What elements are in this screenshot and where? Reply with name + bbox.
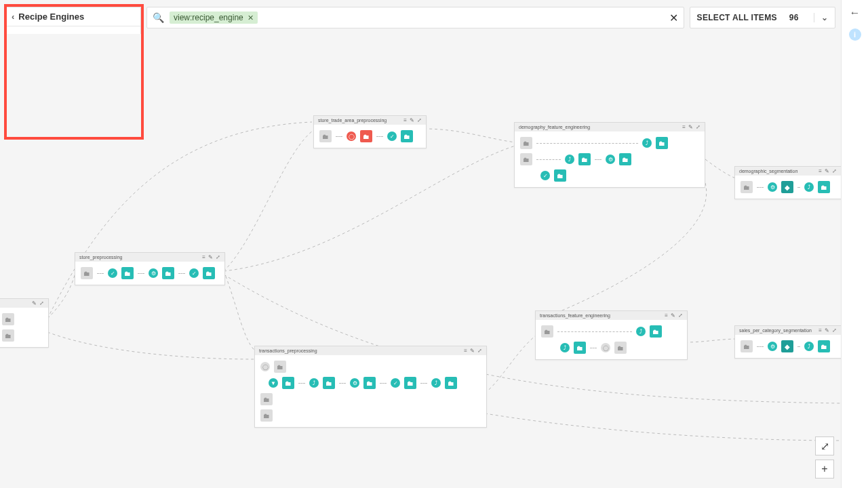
zone-action-icon[interactable]: ⤢ <box>477 348 482 354</box>
zone-demography-feature-engineering[interactable]: demography_feature_engineering ≡ ✎ ⤢ 🖿 ⤴… <box>514 122 705 188</box>
recipe-node[interactable]: ⚙ <box>768 182 777 192</box>
dataset-node[interactable]: 🖿 <box>741 340 753 352</box>
zone-action-icon[interactable]: ✎ <box>825 168 829 174</box>
recipe-node[interactable]: ▼ <box>269 378 278 388</box>
zone-action-icon[interactable]: ≡ <box>403 117 407 123</box>
model-node[interactable]: ◆ <box>781 181 793 193</box>
dataset-node[interactable]: 🖿 <box>319 130 332 142</box>
recipe-node[interactable]: ⤴ <box>804 182 814 192</box>
recipe-node[interactable]: ✓ <box>391 378 400 388</box>
dataset-node[interactable]: 🖿 <box>520 153 532 165</box>
dataset-node[interactable]: 🖿 <box>2 329 14 342</box>
search-input[interactable] <box>263 13 664 23</box>
recipe-node[interactable]: ⤴ <box>636 327 646 336</box>
zone-transactions-preprocessing[interactable]: transactions_preprocessing ≡ ✎ ⤢ ◯ 🖿 ▼ 🖿… <box>254 346 487 428</box>
dataset-node[interactable]: 🖿 <box>203 267 215 279</box>
recipe-node-usercode[interactable]: ◯ <box>260 362 270 371</box>
zone-transactions-feature-engineering[interactable]: transactions_feature_engineering ≡ ✎ ⤢ 🖿… <box>535 310 688 360</box>
remove-tag-icon[interactable]: ✕ <box>248 14 254 22</box>
dataset-node[interactable]: 🖿 <box>614 342 627 354</box>
dataset-node[interactable]: 🖿 <box>619 153 631 165</box>
dataset-node[interactable]: 🖿 <box>360 130 372 142</box>
recipe-node[interactable]: ⤴ <box>560 343 570 352</box>
dataset-node[interactable]: 🖿 <box>404 377 416 389</box>
filter-header[interactable]: ‹ Recipe Engines <box>6 7 140 26</box>
dataset-node[interactable]: 🖿 <box>541 325 553 338</box>
dataset-node[interactable]: 🖿 <box>162 267 174 279</box>
zone-action-icon[interactable]: ✎ <box>671 312 675 319</box>
recipe-node[interactable]: ⤴ <box>309 378 319 388</box>
recipe-node-plugin[interactable]: ◯ <box>347 131 356 141</box>
zone-action-icon[interactable]: ≡ <box>665 312 668 319</box>
zone-action-icon[interactable]: ⤢ <box>417 117 422 123</box>
recipe-node[interactable]: ⚙ <box>350 378 359 388</box>
zone-demographic-segmentation[interactable]: demographic_segmentation ≡ ✎ ⤢ 🖿 ⚙ ◆ ⤴ 🖿 <box>734 166 841 199</box>
zone-action-icon[interactable]: ⤢ <box>832 327 837 333</box>
zone-partial-left[interactable]: ✎ ⤢ 🖿 🖿 <box>0 298 49 348</box>
zone-sales-per-category-segmentation[interactable]: sales_per_category_segmentation ≡ ✎ ⤢ 🖿 … <box>734 325 841 359</box>
zone-action-icon[interactable]: ✎ <box>410 117 414 123</box>
back-icon[interactable]: ‹ <box>12 12 14 22</box>
clear-search-icon[interactable]: ✕ <box>669 12 678 24</box>
fit-to-screen-button[interactable]: ⤢ <box>815 436 834 455</box>
dataset-node[interactable]: 🖿 <box>818 181 830 193</box>
dataset-node[interactable]: 🖿 <box>650 325 662 338</box>
search-filter-tag[interactable]: view:recipe_engine ✕ <box>170 12 258 24</box>
flow-canvas[interactable]: ✎ ⤢ 🖿 🖿 store_preprocessing ≡ ✎ ⤢ 🖿 ✓ 🖿 … <box>0 34 841 488</box>
dataset-node[interactable]: 🖿 <box>554 169 566 182</box>
zone-action-icon[interactable]: ≡ <box>682 124 686 130</box>
recipe-node[interactable]: ✓ <box>540 171 550 180</box>
collapse-right-panel-icon[interactable]: ← <box>850 7 861 19</box>
dataset-node[interactable]: 🖿 <box>2 313 14 325</box>
dataset-node[interactable]: 🖿 <box>574 342 586 354</box>
dataset-node[interactable]: 🖿 <box>578 153 591 165</box>
dataset-node[interactable]: 🖿 <box>260 393 273 405</box>
zone-action-icon[interactable]: ⤢ <box>39 300 44 306</box>
recipe-node[interactable]: ⤴ <box>431 378 441 388</box>
zone-action-icon[interactable]: ✎ <box>688 124 693 130</box>
recipe-node-usercode[interactable]: ◯ <box>601 343 610 352</box>
zone-store-trade-area-preprocessing[interactable]: store_trade_area_preprocessing ≡ ✎ ⤢ 🖿 ◯… <box>313 115 427 148</box>
dataset-node[interactable]: 🖿 <box>81 267 93 279</box>
dataset-node[interactable]: 🖿 <box>274 361 286 373</box>
recipe-node[interactable]: ⤴ <box>642 138 652 148</box>
dataset-node[interactable]: 🖿 <box>260 409 273 422</box>
info-icon[interactable]: i <box>849 28 861 41</box>
zone-action-icon[interactable]: ⤢ <box>696 124 701 130</box>
recipe-node[interactable]: ✓ <box>108 268 117 278</box>
zone-action-icon[interactable]: ✎ <box>470 348 475 354</box>
zone-action-icon[interactable]: ✎ <box>32 300 37 306</box>
zone-action-icon[interactable]: ⤢ <box>678 312 683 319</box>
dataset-node[interactable]: 🖿 <box>656 137 668 149</box>
zone-action-icon[interactable]: ✎ <box>825 327 829 333</box>
recipe-node[interactable]: ⚙ <box>606 155 615 164</box>
recipe-node[interactable]: ⚙ <box>149 268 158 278</box>
dataset-node[interactable]: 🖿 <box>401 130 413 142</box>
model-node[interactable]: ◆ <box>781 340 793 352</box>
select-all-button[interactable]: SELECT ALL ITEMS 96 ⌄ <box>690 7 835 28</box>
zone-action-icon[interactable]: ⤢ <box>216 254 220 260</box>
recipe-node[interactable]: ⤴ <box>565 155 574 164</box>
zoom-in-button[interactable]: + <box>815 460 834 479</box>
dataset-node[interactable]: 🖿 <box>741 181 753 193</box>
dataset-node[interactable]: 🖿 <box>445 377 457 389</box>
dataset-node[interactable]: 🖿 <box>323 377 335 389</box>
zone-action-icon[interactable]: ⤢ <box>832 168 837 174</box>
dataset-node[interactable]: 🖿 <box>520 137 532 149</box>
recipe-node[interactable]: ⚙ <box>768 342 777 351</box>
recipe-node[interactable]: ⤴ <box>804 342 814 351</box>
dataset-node[interactable]: 🖿 <box>363 377 376 389</box>
select-all-dropdown[interactable]: ⌄ <box>814 13 828 22</box>
recipe-node[interactable]: ✓ <box>387 131 397 141</box>
zone-action-icon[interactable]: ≡ <box>818 168 822 174</box>
dataset-node[interactable]: 🖿 <box>282 377 294 389</box>
recipe-node[interactable]: ✓ <box>189 268 199 278</box>
zone-action-icon[interactable]: ≡ <box>202 254 205 260</box>
zone-action-icon[interactable]: ✎ <box>208 254 213 260</box>
zone-action-icon[interactable]: ≡ <box>464 348 467 354</box>
zone-action-icon[interactable]: ≡ <box>818 327 822 333</box>
dataset-node[interactable]: 🖿 <box>121 267 134 279</box>
zone-store-preprocessing[interactable]: store_preprocessing ≡ ✎ ⤢ 🖿 ✓ 🖿 ⚙ 🖿 ✓ 🖿 <box>75 252 225 285</box>
search-bar[interactable]: 🔍 view:recipe_engine ✕ ✕ <box>146 7 684 28</box>
dataset-node[interactable]: 🖿 <box>818 340 830 352</box>
